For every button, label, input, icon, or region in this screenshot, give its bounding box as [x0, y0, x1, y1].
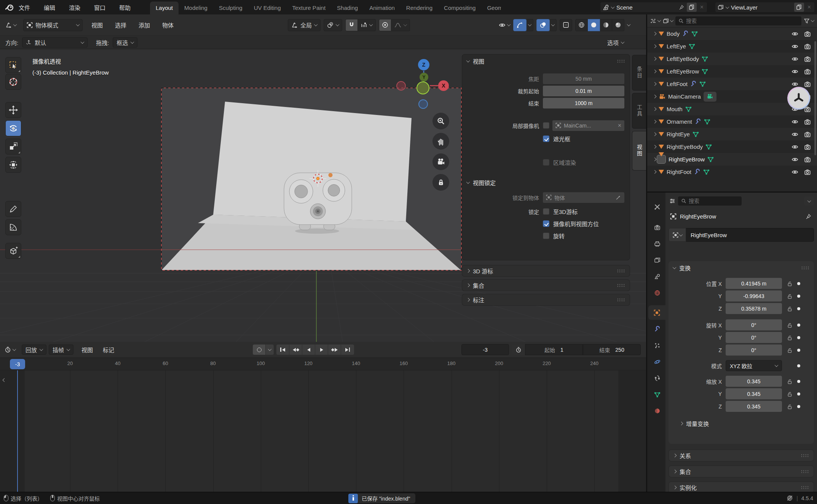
collections-panel[interactable]: 集合: [462, 279, 630, 291]
rotation-checkbox[interactable]: [543, 233, 549, 239]
render-visibility-icon[interactable]: [804, 43, 811, 50]
modifier-wrench-icon[interactable]: [682, 30, 689, 37]
rotation-mode-dropdown[interactable]: XYZ 欧拉: [726, 360, 782, 371]
tab-layout[interactable]: Layout: [150, 2, 179, 14]
marker-menu[interactable]: 标记: [102, 346, 115, 354]
expand-icon[interactable]: [653, 45, 657, 48]
animate-dot[interactable]: [797, 364, 800, 367]
animate-dot[interactable]: [797, 405, 800, 408]
hide-eye-icon[interactable]: [791, 118, 798, 125]
scene-selector[interactable]: Scene ×: [600, 2, 707, 13]
gizmos-toggle[interactable]: [513, 19, 527, 31]
tab-uv-editing[interactable]: UV Editing: [248, 2, 287, 14]
ptab-object-active[interactable]: [648, 305, 665, 320]
menu-edit[interactable]: 编辑: [43, 3, 56, 11]
render-visibility-icon[interactable]: [804, 68, 811, 75]
collections-panel[interactable]: 集合: [669, 466, 814, 477]
gizmo-z-neg-axis[interactable]: [418, 99, 428, 109]
gizmo-x-neg-axis[interactable]: [396, 81, 406, 91]
hide-eye-icon[interactable]: [791, 156, 798, 163]
tab-sculpting[interactable]: Sculpting: [213, 2, 248, 14]
outliner-scrollbar[interactable]: [814, 41, 816, 155]
gizmo-y-axis[interactable]: Y: [420, 73, 428, 81]
outliner-row[interactable]: LeftEyeBody: [647, 53, 817, 65]
render-visibility-icon[interactable]: [804, 169, 811, 175]
rot-z-field[interactable]: 0°: [726, 345, 782, 356]
hide-eye-icon[interactable]: [791, 56, 798, 62]
cursor-panel[interactable]: 3D 游标: [462, 265, 630, 277]
ptab-modifiers[interactable]: [649, 322, 665, 336]
proportional-falloff-selector[interactable]: [391, 19, 410, 31]
menu-window[interactable]: 窗口: [93, 3, 107, 11]
panel-drag-handle[interactable]: [801, 454, 809, 457]
eyedropper-icon[interactable]: [616, 195, 621, 200]
render-visibility-icon[interactable]: [804, 131, 811, 138]
timeline-ruler[interactable]: 20406080100120140160180200220240 -3: [0, 358, 646, 370]
lock-open-icon[interactable]: [787, 293, 793, 299]
hide-eye-icon[interactable]: [791, 81, 798, 88]
properties-search-input[interactable]: [689, 198, 739, 204]
loc-y-field[interactable]: -0.99643: [726, 290, 782, 301]
animate-dot[interactable]: [797, 336, 800, 339]
snap-toggle[interactable]: [345, 19, 358, 31]
ptab-render[interactable]: [649, 220, 665, 234]
tool-select-box[interactable]: [5, 57, 21, 73]
tool-cursor[interactable]: [5, 74, 21, 90]
frame-end-field[interactable]: 结束250: [583, 344, 641, 355]
tab-shading[interactable]: Shading: [331, 2, 364, 14]
play-reverse-button[interactable]: [302, 345, 315, 355]
modifier-wrench-icon[interactable]: [695, 118, 701, 125]
loc-z-field[interactable]: 0.35878 m: [726, 303, 782, 314]
keying-set-dropdown[interactable]: [266, 345, 274, 355]
current-frame-field[interactable]: -3: [461, 344, 509, 355]
ptab-view-layer[interactable]: [649, 253, 665, 267]
clip-start-field[interactable]: 0.01 m: [543, 86, 624, 96]
expand-icon[interactable]: [653, 70, 657, 73]
expand-icon[interactable]: [653, 57, 657, 61]
frame-start-field[interactable]: 起始1: [525, 344, 583, 355]
panel-drag-handle[interactable]: [617, 59, 625, 63]
mesh-data-icon[interactable]: [699, 81, 706, 87]
properties-options-button[interactable]: [804, 196, 814, 206]
tool-rotate[interactable]: [5, 120, 21, 136]
panel-drag-handle[interactable]: [801, 266, 809, 270]
expand-icon[interactable]: [653, 120, 657, 124]
snap-target-selector[interactable]: [358, 19, 376, 31]
hide-eye-icon[interactable]: [791, 144, 798, 150]
keying-set-button[interactable]: [253, 345, 266, 355]
shading-solid-button[interactable]: [588, 19, 600, 31]
focal-length-field[interactable]: 50 mm: [543, 73, 624, 84]
ptab-tool[interactable]: [649, 199, 665, 214]
ptab-particles[interactable]: [649, 338, 665, 352]
panel-drag-handle[interactable]: [617, 298, 625, 301]
expand-icon[interactable]: [653, 145, 657, 149]
expand-icon[interactable]: [653, 107, 657, 111]
shading-dropdown-icon[interactable]: [627, 22, 631, 26]
render-region-checkbox[interactable]: [543, 159, 549, 166]
gizmo-y-neg-axis-active[interactable]: [416, 81, 429, 94]
animate-dot[interactable]: [797, 282, 800, 285]
mesh-data-icon[interactable]: [693, 131, 699, 137]
hide-eye-icon[interactable]: [791, 30, 798, 37]
outliner-row[interactable]: LeftEyeBrow: [647, 65, 817, 78]
menu-file[interactable]: 文件: [18, 3, 31, 11]
playhead-line[interactable]: [17, 370, 18, 492]
menu-help[interactable]: 帮助: [118, 3, 132, 11]
lock-open-icon[interactable]: [787, 378, 793, 384]
clear-icon[interactable]: ×: [618, 122, 621, 129]
menu-select[interactable]: 选择: [114, 21, 128, 29]
ptab-physics[interactable]: [649, 354, 665, 369]
view-panel-header[interactable]: 视图: [462, 54, 630, 67]
viewlayer-selector[interactable]: ViewLayer ×: [715, 2, 815, 13]
animate-dot[interactable]: [797, 324, 800, 327]
menu-view[interactable]: 视图: [90, 21, 104, 29]
lock-open-icon[interactable]: [787, 404, 793, 410]
modifier-wrench-icon[interactable]: [694, 169, 701, 175]
pin-icon[interactable]: [805, 213, 812, 220]
rot-x-field[interactable]: 0°: [726, 319, 782, 330]
outliner-row[interactable]: Ornament: [647, 115, 817, 128]
expand-icon[interactable]: [653, 82, 657, 86]
outliner-search-input[interactable]: [686, 18, 798, 24]
panel-drag-handle[interactable]: [617, 284, 625, 287]
tool-scale[interactable]: [5, 139, 21, 155]
